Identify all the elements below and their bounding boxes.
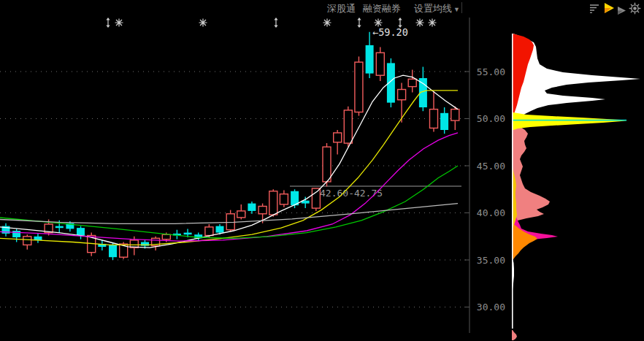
star-marker <box>323 19 331 27</box>
star-marker <box>429 19 437 27</box>
price-tick-label: 30.00 <box>477 302 505 313</box>
candle <box>12 229 20 242</box>
price-tick-label: 55.00 <box>477 66 505 77</box>
candle <box>98 240 106 250</box>
chip-layer-salmon <box>512 121 550 223</box>
price-tick-label: 45.00 <box>477 161 505 172</box>
chart-canvas: 55.0050.0045.0040.0035.0030.0042.60-42.7… <box>0 0 644 341</box>
star-marker <box>199 19 207 27</box>
updown-marker <box>357 18 361 28</box>
candle <box>366 32 374 78</box>
candle <box>408 69 416 92</box>
candle <box>23 234 31 250</box>
chip-layer-yellow-band <box>512 112 627 130</box>
gap-label: 42.60-42.75 <box>320 188 383 199</box>
candle <box>152 237 160 250</box>
candlestick-series <box>2 32 459 260</box>
candle <box>269 189 277 216</box>
candle <box>248 202 256 214</box>
candle <box>34 234 42 243</box>
updown-marker <box>274 18 277 28</box>
candle <box>419 67 427 112</box>
candle <box>451 107 459 130</box>
candle <box>280 191 288 207</box>
price-tick-label: 35.00 <box>477 255 505 266</box>
high-price-label: ←59.20 <box>372 26 408 38</box>
chip-distribution <box>512 34 640 340</box>
price-tick-label: 50.00 <box>477 113 505 124</box>
chip-layer-bottom-pink <box>512 330 517 340</box>
price-tick-label: 40.00 <box>477 207 505 218</box>
chip-axis-line <box>512 34 513 329</box>
stock-chart-app: 深股通 融资融券 设置均线▼ <box>0 0 644 341</box>
star-marker <box>115 19 123 27</box>
candle <box>237 204 245 220</box>
candle <box>302 197 310 209</box>
candle <box>77 226 85 240</box>
candle <box>109 243 117 260</box>
star-marker <box>375 19 383 27</box>
kline-chart[interactable]: 55.0050.0045.0040.0035.0030.0042.60-42.7… <box>0 0 644 341</box>
avg-cost-line <box>512 120 626 121</box>
candle <box>334 130 342 155</box>
candle <box>2 223 10 237</box>
candle <box>440 107 448 134</box>
candle <box>323 143 331 186</box>
candle <box>226 210 234 232</box>
star-marker <box>416 19 424 27</box>
price-gridlines: 55.0050.0045.0040.0035.0030.00 <box>0 18 505 333</box>
candle <box>430 91 438 132</box>
candle <box>398 83 406 123</box>
candle <box>344 107 352 147</box>
candle <box>355 56 363 115</box>
updown-marker <box>106 18 110 28</box>
candle <box>376 47 384 81</box>
